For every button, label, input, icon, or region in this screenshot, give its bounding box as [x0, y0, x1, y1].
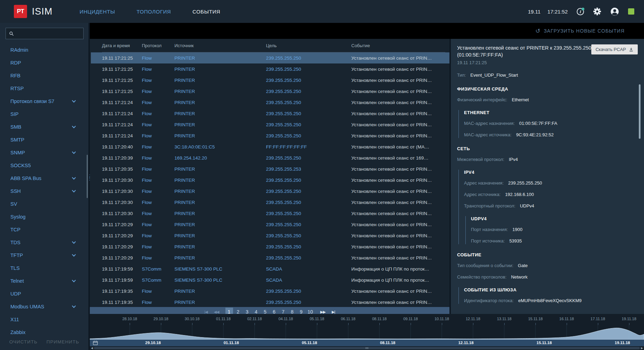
sidebar-item[interactable]: Syslog: [0, 210, 88, 223]
tab-events[interactable]: СОБЫТИЯ: [192, 9, 220, 15]
col-header-target[interactable]: Цель: [266, 43, 351, 48]
table-row[interactable]: 19.11 17:20:35 Flow PRINTER 239.255.255.…: [90, 163, 449, 174]
sidebar-item[interactable]: SIP: [0, 108, 88, 120]
sidebar-item[interactable]: RTSP: [0, 82, 88, 95]
range-date-label[interactable]: 15.11.18: [536, 341, 552, 345]
sidebar-item[interactable]: TCP: [0, 223, 88, 236]
download-pcap-button[interactable]: Скачать PCAP: [591, 44, 638, 54]
chevron-down-icon[interactable]: [72, 304, 76, 308]
tab-topology[interactable]: ТОПОЛОГИЯ: [137, 9, 171, 15]
sidebar-item[interactable]: RDP: [0, 56, 88, 69]
scroll-right-icon[interactable]: ▶: [640, 347, 644, 350]
chevron-down-icon[interactable]: [72, 150, 76, 154]
table-row[interactable]: 19.11 17:21:24 Flow PRINTER 239.255.255.…: [90, 108, 449, 119]
table-row[interactable]: 19.11 17:19:59 S7Comm SIEMENS S7-300 PLC…: [90, 274, 449, 285]
table-row[interactable]: 19.11 17:19:59 S7Comm SIEMENS S7-300 PLC…: [90, 263, 449, 274]
cell-source[interactable]: PRINTER: [174, 67, 266, 72]
settings-gear-icon[interactable]: [593, 7, 601, 16]
prev-page-icon[interactable]: ◀◀: [214, 310, 219, 314]
cell-target[interactable]: 239.255.255.250: [266, 178, 351, 183]
cell-target[interactable]: FF:FF:FF:FF:FF:FF: [266, 144, 351, 150]
cell-protocol[interactable]: S7Comm: [142, 278, 174, 283]
sidebar-item[interactable]: SNMP: [0, 146, 88, 159]
cell-target[interactable]: 239.255.255.250: [266, 255, 351, 261]
cell-protocol[interactable]: Flow: [142, 289, 174, 294]
cell-target[interactable]: 239.255.255.250: [266, 155, 351, 161]
pt-logo[interactable]: PT: [14, 5, 27, 18]
load-new-events-button[interactable]: ↺ ЗАГРУЗИТЬ НОВЫЕ СОБЫТИЯ: [535, 27, 625, 35]
sidebar-item[interactable]: UDP: [0, 287, 88, 300]
cell-protocol[interactable]: Flow: [142, 89, 174, 94]
cell-protocol[interactable]: Flow: [142, 67, 174, 72]
timeline-range-bar[interactable]: 29.10.1801.11.1805.11.1808.11.1812.11.18…: [90, 340, 644, 346]
cell-source[interactable]: SIEMENS S7-300 PLC: [174, 278, 266, 283]
range-date-label[interactable]: 01.11.18: [224, 341, 239, 345]
cell-protocol[interactable]: Flow: [142, 144, 174, 150]
table-row[interactable]: 19.11 17:21:25 Flow PRINTER 239.255.255.…: [91, 52, 449, 63]
cell-source[interactable]: PRINTER: [174, 222, 266, 227]
cell-target[interactable]: SCADA: [266, 278, 351, 283]
clear-filters-button[interactable]: ОЧИСТИТЬ: [9, 339, 37, 344]
sidebar-item[interactable]: TDS: [0, 236, 88, 249]
sidebar-splitter-grip[interactable]: ⋮⋮: [87, 175, 89, 180]
cell-protocol[interactable]: Flow: [142, 133, 174, 138]
cell-source[interactable]: PRINTER: [174, 100, 266, 105]
cell-protocol[interactable]: Flow: [142, 100, 174, 105]
cell-target[interactable]: 239.255.255.250: [266, 89, 351, 94]
next-page-icon[interactable]: ▶▶: [320, 310, 326, 314]
cell-target[interactable]: 239.255.255.250: [266, 78, 351, 83]
sidebar-item[interactable]: RAdmin: [0, 43, 88, 56]
sidebar-item[interactable]: Telnet: [0, 274, 88, 287]
sidebar-item[interactable]: TLS: [0, 262, 88, 274]
cell-target[interactable]: 239.255.255.250: [266, 222, 351, 227]
cell-target[interactable]: 239.255.255.250: [266, 300, 351, 305]
table-row[interactable]: 19.11 17:21:25 Flow PRINTER 239.255.255.…: [90, 75, 449, 86]
range-date-label[interactable]: 19.11.18: [615, 341, 630, 345]
cell-target[interactable]: 239.255.255.250: [266, 189, 351, 194]
table-row[interactable]: 19.11 17:21:24 Flow PRINTER 239.255.255.…: [90, 97, 449, 108]
cell-protocol[interactable]: Flow: [142, 111, 174, 116]
cell-source[interactable]: PRINTER: [174, 111, 266, 116]
cell-source[interactable]: PRINTER: [174, 244, 266, 249]
table-row[interactable]: 19.11 17:20:29 Flow PRINTER 239.255.255.…: [90, 230, 449, 241]
cell-target[interactable]: 239.255.255.250: [266, 133, 351, 138]
col-header-event[interactable]: Событие: [351, 43, 449, 48]
range-date-label[interactable]: 05.11.18: [302, 341, 317, 345]
cell-protocol[interactable]: Flow: [142, 222, 174, 227]
last-page-icon[interactable]: ▶|: [332, 310, 335, 314]
cell-source[interactable]: PRINTER: [174, 122, 266, 127]
range-date-label[interactable]: 12.11.18: [458, 341, 473, 345]
cell-protocol[interactable]: Flow: [142, 244, 174, 249]
cell-target[interactable]: 239.255.255.253: [266, 167, 351, 172]
col-header-datetime[interactable]: Дата и время: [102, 43, 142, 48]
user-avatar-icon[interactable]: [610, 7, 619, 16]
cell-protocol[interactable]: Flow: [142, 233, 174, 238]
cell-protocol[interactable]: Flow: [142, 300, 174, 305]
cell-source[interactable]: PRINTER: [174, 233, 266, 238]
cell-protocol[interactable]: Flow: [142, 122, 174, 127]
sidebar-item[interactable]: Протокол связи S7: [0, 95, 88, 108]
cell-target[interactable]: 239.255.255.250: [266, 233, 351, 238]
scroll-left-icon[interactable]: ◀: [90, 347, 94, 350]
chevron-down-icon[interactable]: [72, 188, 76, 192]
col-header-source[interactable]: Источник: [174, 43, 266, 48]
cell-protocol[interactable]: Flow: [142, 167, 174, 172]
apply-filters-button[interactable]: ПРИМЕНИТЬ: [46, 339, 79, 344]
cell-target[interactable]: 239.255.255.250: [266, 289, 351, 294]
timeline-scrollbar[interactable]: ◀ ▶: [90, 346, 644, 350]
cell-target[interactable]: 239.255.255.250: [266, 67, 351, 72]
cell-protocol[interactable]: Flow: [142, 56, 174, 61]
cell-protocol[interactable]: Flow: [142, 189, 174, 194]
chevron-down-icon[interactable]: [72, 99, 76, 102]
cell-source[interactable]: PRINTER: [174, 133, 266, 138]
sidebar-item[interactable]: RFB: [0, 69, 88, 82]
table-row[interactable]: 19.11 17:20:40 Flow 3C:18:A0:0E:01:C5 FF…: [90, 141, 449, 152]
sidebar-search-box[interactable]: [6, 28, 84, 39]
cell-target[interactable]: 239.255.255.250: [266, 100, 351, 105]
cell-target[interactable]: 239.255.255.250: [266, 200, 351, 205]
cell-source[interactable]: PRINTER: [174, 78, 266, 83]
timeline-scrollbar-thumb[interactable]: [94, 347, 640, 349]
cell-source[interactable]: PRINTER: [174, 289, 266, 294]
cell-source[interactable]: PRINTER: [174, 300, 266, 305]
cell-target[interactable]: 239.255.255.250: [266, 122, 351, 127]
